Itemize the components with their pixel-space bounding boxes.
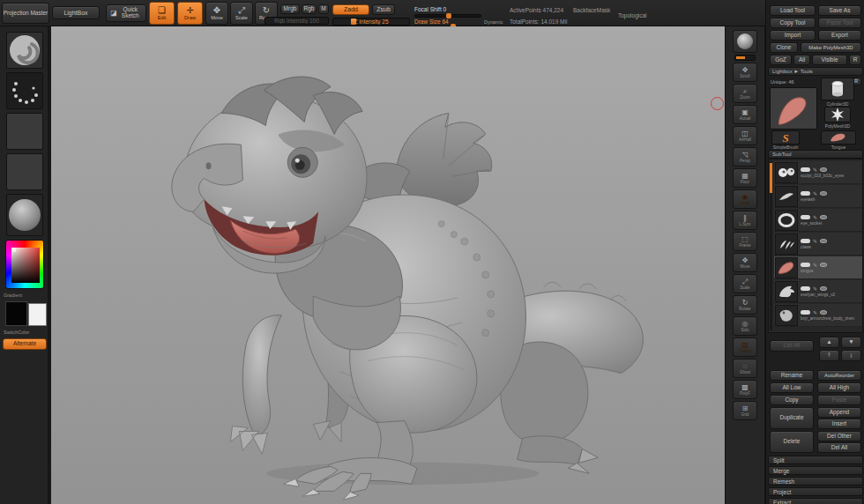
- backface-mask-button[interactable]: BackfaceMask: [573, 7, 610, 13]
- spix-slider[interactable]: [734, 55, 756, 61]
- mrgb-button[interactable]: Mrgb: [280, 4, 300, 14]
- merge-section[interactable]: Merge: [768, 466, 863, 475]
- rename-button[interactable]: Rename: [770, 370, 814, 381]
- subtool-row-eyelash[interactable]: ✎ eyelash: [774, 185, 862, 208]
- project-section[interactable]: Project: [768, 487, 863, 496]
- zadd-button[interactable]: Zadd: [332, 4, 369, 15]
- shelf-scroll-button[interactable]: ✥Scroll: [733, 63, 757, 82]
- texture-selector[interactable]: [6, 153, 43, 190]
- all-high-button[interactable]: All High: [817, 382, 861, 393]
- subtool-up-button[interactable]: ▲: [819, 337, 839, 348]
- insert-button[interactable]: Insert: [817, 419, 861, 429]
- quickpick-polymesh3d[interactable]: [824, 107, 851, 122]
- make-polymesh3d-button[interactable]: Make PolyMesh3D: [801, 42, 861, 53]
- stroke-selector[interactable]: [6, 72, 43, 109]
- color-picker[interactable]: [5, 240, 44, 289]
- autoreorder-button[interactable]: AutoReorder: [817, 370, 861, 381]
- shelf-grid-button[interactable]: ⊞Grid: [733, 401, 757, 420]
- projection-master-button[interactable]: Projection Master: [2, 3, 49, 24]
- m-button[interactable]: M: [318, 4, 329, 14]
- rgb-button[interactable]: Rgb: [302, 4, 317, 14]
- shelf-move-button[interactable]: ✥Move: [733, 253, 757, 272]
- goz-r-button[interactable]: R: [849, 55, 861, 65]
- shelf-solo-button[interactable]: ◎Solo: [733, 316, 757, 336]
- document-canvas[interactable]: [51, 26, 725, 504]
- quickpick-tongue[interactable]: [821, 130, 856, 145]
- subtool-row-tongue[interactable]: ✎ tongue: [774, 256, 862, 279]
- topological-button[interactable]: Topological: [618, 12, 647, 19]
- duplicate-button[interactable]: Duplicate: [770, 407, 814, 429]
- goz-button[interactable]: GoZ: [770, 55, 792, 65]
- current-tool-thumbnail[interactable]: [770, 87, 817, 130]
- quickpick-cylinder3d[interactable]: [821, 78, 854, 100]
- brush-cursor-icon: [711, 97, 724, 110]
- body-thumb-icon: [775, 305, 798, 326]
- subtool-row-claws[interactable]: ✎ claws: [774, 233, 862, 256]
- import-button[interactable]: Import: [770, 30, 816, 41]
- extract-section[interactable]: Extract: [768, 498, 863, 504]
- color-sv-square[interactable]: [11, 248, 40, 283]
- lightbox-button[interactable]: LightBox: [52, 6, 100, 19]
- subtool-scrollbar[interactable]: [770, 161, 772, 330]
- goz-visible-button[interactable]: Visible: [812, 55, 847, 65]
- subtool-top-button[interactable]: ⤒: [819, 350, 839, 361]
- paste-subtool-button[interactable]: Paste: [817, 395, 861, 405]
- paste-tool-button[interactable]: Paste Tool: [818, 18, 861, 28]
- rgb-intensity-slider[interactable]: Rgb Intensity 100: [264, 17, 329, 25]
- export-button[interactable]: Export: [818, 30, 861, 41]
- copy-tool-button[interactable]: Copy Tool: [770, 18, 816, 28]
- lightbox-tools-bar[interactable]: Lightbox ► Tools: [768, 67, 863, 76]
- brush-selector[interactable]: [6, 32, 43, 69]
- z-intensity-slider[interactable]: Z Intensity 25: [332, 18, 410, 26]
- edit-button[interactable]: ❏Edit: [149, 2, 175, 25]
- shelf-local-button[interactable]: ◉Local: [733, 189, 757, 209]
- remesh-section[interactable]: Remesh: [768, 477, 863, 485]
- subtool-row-eyesocket[interactable]: ✎ eye_socket: [774, 209, 862, 232]
- shelf-scale-button[interactable]: ⤢Scale: [733, 274, 757, 293]
- shelf-aahalf-button[interactable]: ◫AAHalf: [733, 126, 757, 145]
- material-selector[interactable]: [6, 194, 43, 236]
- shelf-ghost-button[interactable]: ◌Ghost: [733, 359, 757, 378]
- clone-button[interactable]: Clone: [770, 42, 798, 53]
- goz-all-button[interactable]: All: [793, 55, 810, 65]
- shelf-transp-button[interactable]: ▨Transp: [733, 337, 757, 357]
- secondary-color-swatch[interactable]: [28, 303, 47, 326]
- draw-button[interactable]: ✛Draw: [177, 2, 203, 25]
- draw-size-label: Draw Size 64: [414, 19, 449, 25]
- subtool-row-wings[interactable]: ✎ evelyan_wings_v2: [774, 280, 862, 303]
- shelf-polyf-button[interactable]: ▩PolyF: [733, 380, 757, 399]
- all-low-button[interactable]: All Low: [770, 382, 814, 393]
- list-all-button[interactable]: List All: [770, 340, 814, 352]
- main-color-swatch[interactable]: [5, 301, 27, 326]
- shelf-floor-button[interactable]: ▦Floor: [733, 168, 757, 188]
- scale-button[interactable]: ⤢Scale: [230, 2, 253, 25]
- zsub-button[interactable]: Zsub: [372, 4, 395, 15]
- shelf-actual-button[interactable]: ▣Actual: [733, 105, 757, 124]
- shelf-rotate-button[interactable]: ↻Rotate: [733, 295, 757, 315]
- delete-button[interactable]: Delete: [770, 431, 814, 453]
- subtool-header[interactable]: SubTool: [768, 150, 863, 159]
- copy-subtool-button[interactable]: Copy: [770, 395, 814, 405]
- zbrush-app: { "app": { "accent": "#e07d26", "canvas_…: [0, 0, 864, 504]
- subtool-down-button[interactable]: ▼: [841, 337, 861, 348]
- shelf-lsym-button[interactable]: ∥L.Sym: [733, 211, 757, 230]
- alpha-selector[interactable]: [6, 113, 43, 150]
- quickpick-simplebrush[interactable]: S: [771, 130, 800, 145]
- shelf-persp-button[interactable]: ◹Persp: [733, 147, 757, 167]
- quick-sketch-button[interactable]: ◪ Quick Sketch: [106, 4, 146, 22]
- del-other-button[interactable]: Del Other: [817, 431, 861, 441]
- bpr-render-button[interactable]: [733, 30, 757, 53]
- load-tool-button[interactable]: Load Tool: [770, 5, 816, 16]
- save-as-button[interactable]: Save As: [818, 5, 861, 16]
- subtool-bottom-button[interactable]: ⤓: [841, 350, 861, 361]
- shelf-zoom-button[interactable]: ⌕Zoom: [733, 84, 757, 103]
- split-section[interactable]: Split: [768, 456, 863, 464]
- focal-shift-slider[interactable]: [414, 14, 481, 18]
- move-button[interactable]: ✥Move: [205, 2, 228, 25]
- shelf-frame-button[interactable]: ⬚Frame: [733, 232, 757, 251]
- append-button[interactable]: Append: [817, 407, 861, 418]
- subtool-row-eyes[interactable]: ✎ sculpt_019_b03c_eyes: [774, 161, 862, 184]
- alternate-button[interactable]: Alternate: [3, 338, 47, 350]
- subtool-row-body[interactable]: ✎ bnjr_armorchest_body_zrem: [774, 304, 862, 327]
- del-all-button[interactable]: Del All: [817, 442, 861, 453]
